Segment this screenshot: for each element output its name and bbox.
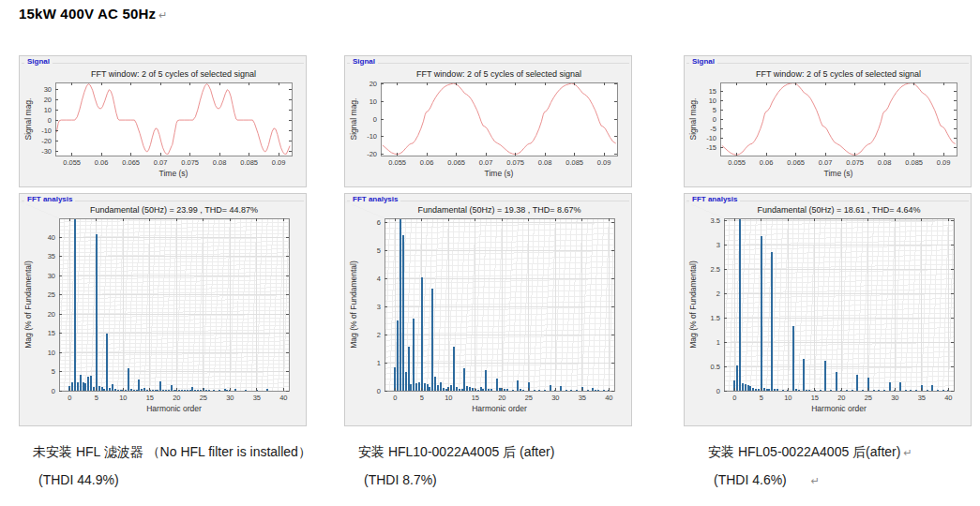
svg-text:0.075: 0.075 (846, 158, 864, 167)
svg-text:10: 10 (709, 97, 716, 105)
svg-text:0.07: 0.07 (819, 158, 833, 167)
fft-analysis-panel: FFT analysis 051015202530354005101520253… (19, 193, 307, 426)
svg-text:-20: -20 (41, 137, 52, 145)
svg-text:5: 5 (377, 246, 381, 255)
svg-text:0: 0 (732, 394, 736, 402)
signal-panel-label: Signal (350, 57, 378, 67)
svg-text:0.085: 0.085 (905, 158, 923, 167)
fft-analysis-panel: FFT analysis 05101520253035400123456Fund… (344, 193, 632, 426)
svg-text:5: 5 (95, 394, 98, 402)
fft-panel-label: FFT analysis (350, 195, 400, 204)
svg-text:Mag (% of Fundamental): Mag (% of Fundamental) (688, 260, 698, 349)
svg-text:1: 1 (716, 338, 720, 347)
svg-text:0.09: 0.09 (597, 158, 611, 167)
svg-text:10: 10 (784, 394, 792, 402)
svg-text:0.055: 0.055 (388, 158, 406, 167)
svg-text:0.08: 0.08 (538, 158, 552, 167)
svg-text:Harmonic order: Harmonic order (811, 404, 867, 413)
harmonic-spectrum-plot: 05101520253035400510152025303540Fundamen… (20, 201, 308, 430)
svg-text:0.06: 0.06 (420, 158, 434, 167)
svg-text:0.06: 0.06 (760, 158, 774, 167)
svg-text:0.09: 0.09 (937, 158, 951, 167)
svg-text:0.07: 0.07 (154, 158, 168, 167)
svg-text:Harmonic order: Harmonic order (472, 404, 527, 413)
signal-panel: Signal 0.0550.060.0650.070.0750.080.0850… (684, 55, 972, 187)
svg-text:0: 0 (68, 394, 71, 402)
svg-text:0.075: 0.075 (181, 158, 199, 167)
caption-line1: 安装 HFL05-0022A4005 后(after)↵ (684, 444, 972, 461)
svg-text:30: 30 (48, 272, 55, 280)
svg-text:10: 10 (48, 349, 55, 357)
svg-text:Time (s): Time (s) (824, 169, 853, 178)
svg-text:10: 10 (445, 394, 452, 402)
svg-text:3.5: 3.5 (711, 216, 720, 225)
svg-text:1.5: 1.5 (711, 314, 720, 322)
svg-text:15: 15 (146, 394, 154, 402)
svg-text:25: 25 (48, 290, 55, 299)
svg-text:30: 30 (551, 394, 559, 402)
caption-thdi: (THDI 44.9%) (19, 472, 307, 487)
svg-text:0.065: 0.065 (447, 158, 465, 167)
svg-text:-20: -20 (367, 150, 377, 158)
svg-text:20: 20 (48, 310, 55, 319)
svg-text:Fundamental (50Hz) = 23.99 , T: Fundamental (50Hz) = 23.99 , THD= 44.87% (90, 205, 258, 215)
svg-text:0.09: 0.09 (272, 158, 286, 167)
caption-thdi: (THDI 4.6%)↵ (684, 472, 972, 487)
svg-text:1: 1 (377, 359, 381, 367)
svg-text:3: 3 (716, 241, 720, 249)
svg-text:35: 35 (579, 394, 586, 402)
svg-text:0.065: 0.065 (122, 158, 140, 167)
svg-text:25: 25 (525, 394, 533, 402)
svg-text:-30: -30 (41, 147, 52, 156)
caption-thdi: (THDI 8.7%) (344, 472, 632, 487)
svg-text:Signal mag.: Signal mag. (349, 98, 358, 141)
svg-text:0.055: 0.055 (63, 158, 81, 167)
svg-text:0: 0 (52, 387, 55, 395)
svg-text:FFT window: 2 of 5 cycles of s: FFT window: 2 of 5 cycles of selected si… (416, 69, 581, 79)
svg-text:15: 15 (709, 87, 716, 96)
svg-text:FFT window: 2 of 5 cycles of s: FFT window: 2 of 5 cycles of selected si… (91, 69, 256, 79)
svg-text:0: 0 (48, 116, 52, 125)
svg-text:40: 40 (944, 394, 952, 402)
svg-text:0.08: 0.08 (878, 158, 892, 167)
svg-text:30: 30 (226, 394, 234, 402)
svg-text:Mag (% of Fundamental): Mag (% of Fundamental) (23, 260, 33, 349)
svg-text:-10: -10 (41, 126, 52, 135)
svg-text:Fundamental (50Hz) = 18.61 , T: Fundamental (50Hz) = 18.61 , THD= 4.64% (758, 205, 921, 215)
svg-text:FFT window: 2 of 5 cycles of s: FFT window: 2 of 5 cycles of selected si… (756, 69, 921, 79)
svg-text:0.07: 0.07 (479, 158, 493, 167)
svg-text:Mag (% of Fundamental): Mag (% of Fundamental) (349, 260, 358, 349)
svg-text:0.06: 0.06 (95, 158, 109, 167)
svg-text:20: 20 (44, 96, 52, 104)
svg-text:0.085: 0.085 (240, 158, 258, 167)
fft-analysis-panel: FFT analysis 051015202530354000.511.522.… (684, 193, 972, 426)
signal-waveform-plot: 0.0550.060.0650.070.0750.080.0850.09-20-… (345, 64, 633, 191)
svg-text:0.075: 0.075 (506, 158, 524, 167)
svg-text:35: 35 (253, 394, 261, 402)
svg-text:-10: -10 (367, 132, 377, 141)
svg-text:Time (s): Time (s) (485, 169, 514, 178)
svg-text:0.5: 0.5 (711, 363, 720, 371)
svg-text:20: 20 (173, 394, 180, 402)
svg-text:30: 30 (891, 394, 898, 402)
svg-text:Signal mag.: Signal mag. (23, 98, 33, 141)
svg-text:5: 5 (420, 394, 424, 402)
svg-text:20: 20 (498, 394, 505, 402)
svg-text:10: 10 (369, 97, 377, 106)
svg-text:20: 20 (837, 394, 845, 402)
svg-text:0: 0 (713, 115, 716, 124)
svg-text:10: 10 (119, 394, 127, 402)
svg-text:Signal mag.: Signal mag. (688, 98, 698, 141)
svg-text:0: 0 (393, 394, 397, 402)
caption-block: 安装 HFL10-0022A4005 后 (after) (THDI 8.7%) (344, 444, 632, 487)
caption-line1: 未安装 HFL 滤波器 （No HFL filter is installed） (19, 444, 307, 461)
svg-text:Fundamental (50Hz) = 19.38 , T: Fundamental (50Hz) = 19.38 , THD= 8.67% (418, 205, 581, 215)
svg-text:-15: -15 (706, 143, 716, 152)
svg-text:15: 15 (472, 394, 479, 402)
svg-text:10: 10 (44, 106, 52, 114)
svg-text:Time (s): Time (s) (159, 169, 188, 178)
caption-line1: 安装 HFL10-0022A4005 后 (after) (344, 444, 632, 461)
svg-text:40: 40 (605, 394, 612, 402)
column-no-filter: Signal 0.0550.060.0650.070.0750.080.0850… (19, 0, 308, 506)
svg-text:0: 0 (373, 115, 377, 124)
